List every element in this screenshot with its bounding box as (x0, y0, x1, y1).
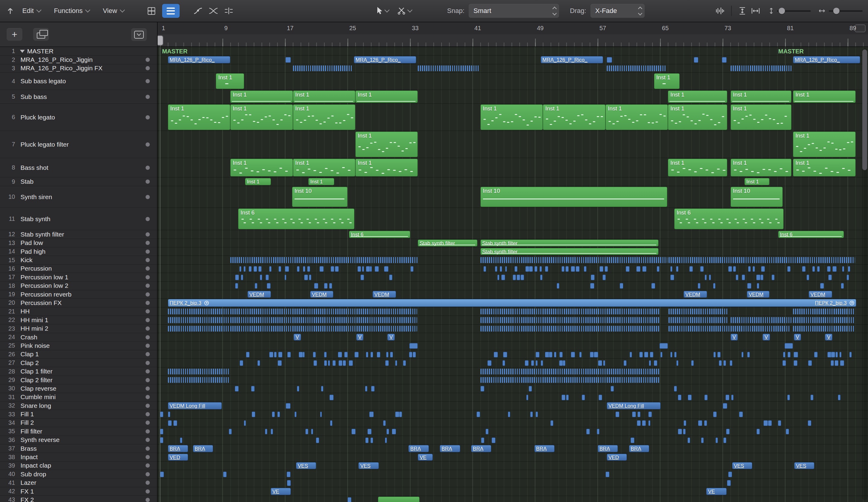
track-header-row[interactable]: 35Fill filter (0, 427, 157, 436)
audio-block-region[interactable] (513, 274, 516, 280)
audio-block-region[interactable] (369, 412, 373, 417)
audio-block-region[interactable] (265, 429, 267, 434)
audio-block-region[interactable] (305, 429, 308, 434)
midi-region[interactable]: Inst 6 (778, 231, 844, 238)
audio-region[interactable]: MRA_126_P_Rico_ (168, 56, 230, 63)
audio-region[interactable] (223, 472, 227, 477)
tracks-view-button[interactable] (162, 4, 180, 18)
record-enable-dot[interactable] (146, 142, 150, 147)
audio-block-region[interactable] (814, 352, 818, 358)
playhead-handle[interactable] (158, 35, 163, 46)
audio-block-region[interactable] (529, 386, 532, 392)
audio-block-region[interactable] (320, 412, 322, 417)
track-header-row[interactable]: 19Percussion reverb (0, 290, 157, 299)
audio-region[interactable] (286, 57, 291, 63)
midi-region[interactable]: Inst 1 (668, 104, 727, 130)
audio-block-region[interactable] (501, 274, 505, 280)
audio-block-region[interactable] (649, 360, 651, 366)
track-header-row[interactable]: 39Inpact clap (0, 462, 157, 470)
audio-block-region[interactable] (365, 386, 368, 392)
audio-block-region[interactable] (728, 266, 732, 272)
audio-block-region[interactable] (366, 266, 370, 272)
track-header-row[interactable]: 9Stab (0, 177, 157, 186)
duplicate-track-button[interactable] (33, 28, 49, 41)
track-name[interactable]: Pad low (16, 239, 146, 247)
audio-block-region[interactable] (637, 420, 640, 426)
audio-block-region[interactable] (525, 266, 529, 272)
audio-block-region[interactable] (383, 420, 386, 426)
audio-block-region[interactable] (678, 394, 681, 400)
audio-block-region[interactable] (632, 412, 636, 417)
audio-block-region[interactable] (726, 429, 730, 434)
audio-block-region[interactable] (278, 266, 281, 272)
audio-block-region[interactable] (278, 352, 282, 358)
audio-block-region[interactable] (736, 274, 738, 280)
audio-block-region[interactable] (297, 266, 300, 272)
audio-block-region[interactable] (730, 360, 732, 366)
audio-region[interactable] (659, 343, 668, 349)
audio-block-region[interactable] (492, 438, 495, 443)
midi-region[interactable]: Inst 1 (355, 132, 418, 157)
audio-block-region[interactable] (173, 420, 177, 426)
audio-block-region[interactable] (554, 352, 556, 358)
audio-block-region[interactable] (392, 429, 396, 434)
grid-view-button[interactable] (143, 4, 161, 18)
audio-block-region[interactable] (841, 283, 844, 289)
midi-region[interactable]: Stab synth filter (418, 240, 477, 247)
audio-block-region[interactable] (747, 352, 750, 358)
audio-block-region[interactable] (365, 438, 369, 443)
record-enable-dot[interactable] (146, 115, 150, 119)
audio-pattern-region[interactable] (669, 326, 790, 332)
track-header-row[interactable]: 5Sub bass (0, 90, 157, 104)
audio-block-region[interactable] (303, 266, 305, 272)
audio-block-region[interactable] (495, 266, 497, 272)
audio-block-region[interactable] (630, 352, 632, 358)
audio-block-region[interactable] (409, 352, 412, 358)
record-enable-dot[interactable] (146, 344, 150, 348)
audio-block-region[interactable] (354, 352, 358, 358)
track-name[interactable]: Kick (16, 257, 146, 264)
midi-region[interactable]: Inst 1 (793, 90, 855, 103)
record-enable-dot[interactable] (146, 361, 150, 365)
audio-block-region[interactable] (725, 394, 730, 400)
menu-view[interactable]: View (103, 7, 124, 15)
audio-block-region[interactable] (650, 352, 653, 358)
midi-region[interactable]: Inst 1 (668, 90, 727, 103)
audio-block-region[interactable] (700, 266, 704, 272)
audio-block-region[interactable] (586, 429, 590, 434)
audio-block-region[interactable] (309, 274, 311, 280)
audio-region[interactable] (348, 497, 351, 502)
audio-block-region[interactable] (733, 266, 736, 272)
audio-region[interactable]: V (825, 334, 833, 341)
midi-region[interactable]: Inst 1 (731, 90, 792, 103)
audio-region[interactable]: VES (732, 462, 752, 469)
audio-block-region[interactable] (314, 283, 318, 289)
audio-block-region[interactable] (395, 412, 399, 417)
audio-region[interactable] (727, 480, 731, 486)
midi-region[interactable]: Inst 1 (293, 90, 355, 103)
audio-pattern-region[interactable] (793, 317, 855, 323)
audio-block-region[interactable] (520, 274, 524, 280)
record-enable-dot[interactable] (146, 58, 150, 62)
audio-block-region[interactable] (239, 266, 242, 272)
record-enable-dot[interactable] (146, 489, 150, 494)
audio-block-region[interactable] (244, 420, 246, 426)
audio-block-region[interactable] (385, 360, 389, 366)
audio-block-region[interactable] (756, 429, 760, 434)
audio-block-region[interactable] (808, 420, 812, 426)
record-enable-dot[interactable] (146, 472, 150, 476)
audio-region[interactable] (607, 57, 612, 63)
audio-block-region[interactable] (683, 420, 686, 426)
track-header-row[interactable]: 30Clap reverse (0, 384, 157, 393)
audio-block-region[interactable] (313, 360, 317, 366)
audio-block-region[interactable] (689, 266, 693, 272)
waveform-zoom-button[interactable] (715, 4, 725, 18)
audio-block-region[interactable] (487, 360, 491, 366)
audio-pattern-region[interactable] (669, 309, 729, 314)
track-name[interactable]: Pad high (16, 248, 146, 255)
audio-region[interactable] (160, 412, 164, 417)
audio-block-region[interactable] (335, 266, 339, 272)
audio-block-region[interactable] (500, 266, 502, 272)
track-name[interactable]: Percussion (16, 265, 146, 272)
audio-block-region[interactable] (761, 266, 765, 272)
